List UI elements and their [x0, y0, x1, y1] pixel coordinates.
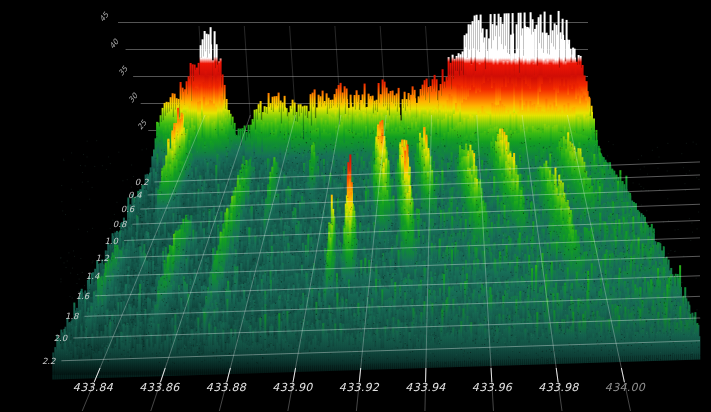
spectrum-terrain-canvas[interactable]: [0, 0, 711, 412]
spectrogram-3d-view: 4540353025 0.20.40.60.81.01.21.41.61.82.…: [0, 0, 711, 412]
